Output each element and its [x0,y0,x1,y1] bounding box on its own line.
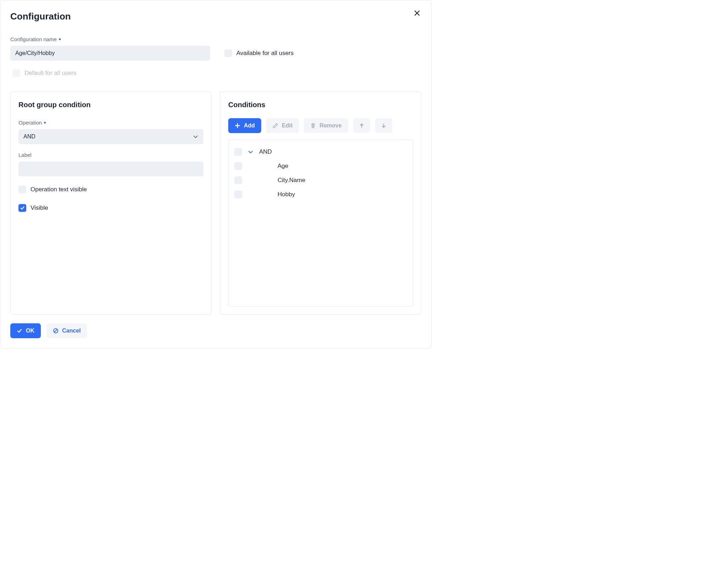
tree-root-checkbox[interactable] [234,148,242,156]
tree-root-row[interactable]: AND [234,145,407,159]
arrow-up-icon [359,123,365,128]
default-for-all-users-checkbox [12,69,20,77]
top-form: Configuration name Available for all use… [10,36,421,61]
close-icon[interactable] [413,9,421,17]
available-for-all-users-row: Available for all users [224,46,294,61]
dialog-footer: OK Cancel [10,323,421,338]
remove-button[interactable]: Remove [304,118,348,133]
operation-label: Operation [18,120,203,126]
operation-select[interactable]: AND [18,129,203,144]
default-for-all-users-label: Default for all users [24,70,76,77]
add-button[interactable]: Add [228,118,261,133]
arrow-down-icon [381,123,387,128]
tree-item-checkbox[interactable] [234,176,242,184]
configuration-name-input[interactable] [10,46,210,61]
tree-item-checkbox[interactable] [234,162,242,170]
default-for-all-users-row: Default for all users [12,66,421,81]
conditions-title: Conditions [228,101,413,109]
operation-text-visible-label: Operation text visible [31,186,87,193]
root-group-panel: Root group condition Operation AND Label [10,91,212,315]
label-input[interactable] [18,161,203,176]
visible-checkbox[interactable] [18,204,26,212]
tree-root-label: AND [259,148,272,155]
edit-button[interactable]: Edit [266,118,299,133]
root-group-checks: Operation text visible Visible [18,182,203,215]
conditions-tree: AND Age City.Name [228,139,413,307]
required-dot-icon [44,122,46,124]
operation-select-wrap: AND [18,129,203,144]
move-up-button[interactable] [353,118,370,133]
tree-item-label: Age [278,163,288,170]
tree-item-row[interactable]: Hobby [234,187,407,202]
move-down-button[interactable] [375,118,392,133]
required-dot-icon [59,38,61,40]
ban-icon [53,328,59,334]
pencil-icon [273,123,278,128]
available-for-all-users-checkbox[interactable] [224,49,232,57]
trash-icon [310,123,316,128]
label-label: Label [18,152,203,158]
root-group-title: Root group condition [18,101,203,109]
tree-item-label: Hobby [278,191,295,198]
dialog-header: Configuration [10,9,421,36]
visible-label: Visible [31,204,48,212]
available-for-all-users-label: Available for all users [236,50,294,57]
check-icon [17,328,22,334]
tree-item-row[interactable]: City.Name [234,173,407,187]
operation-text-visible-checkbox[interactable] [18,186,26,193]
configuration-name-label: Configuration name [10,36,210,42]
visible-row: Visible [18,201,203,215]
dialog-title: Configuration [10,11,71,22]
conditions-panel: Conditions Add Edit [220,91,421,315]
panels-row: Root group condition Operation AND Label [10,91,421,315]
tree-item-label: City.Name [278,177,305,184]
configuration-name-field: Configuration name [10,36,210,61]
tree-item-row[interactable]: Age [234,159,407,173]
operation-text-visible-row: Operation text visible [18,182,203,197]
plus-icon [235,123,240,128]
configuration-dialog: Configuration Configuration name Availab… [0,0,432,349]
chevron-down-icon[interactable] [247,148,254,155]
conditions-toolbar: Add Edit Remove [228,118,413,133]
tree-item-checkbox[interactable] [234,191,242,198]
cancel-button[interactable]: Cancel [46,323,87,338]
ok-button[interactable]: OK [10,323,41,338]
